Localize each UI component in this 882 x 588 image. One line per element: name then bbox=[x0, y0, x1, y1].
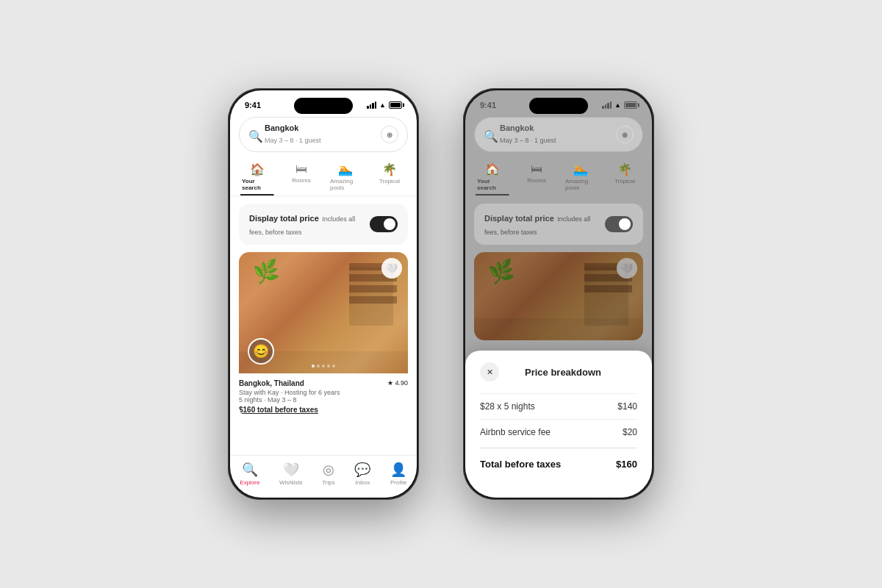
trips-icon-1: ◎ bbox=[323, 462, 334, 478]
tab-rooms-1[interactable]: 🛏 Rooms bbox=[280, 158, 323, 196]
dynamic-island-1 bbox=[294, 98, 353, 114]
rooms-icon-1: 🛏 bbox=[295, 162, 307, 176]
sheet-title: Price breakdown bbox=[508, 367, 618, 378]
tab-rooms-2: 🛏 Rooms bbox=[515, 158, 558, 196]
listing-card-2: 🌿 🤍 bbox=[474, 252, 643, 340]
tab-pools-2: 🏊 Amazing pools bbox=[559, 158, 602, 196]
status-time-2: 9:41 bbox=[480, 101, 496, 110]
listing-image-2: 🌿 🤍 bbox=[474, 252, 643, 340]
filter-button-1[interactable]: ⊕ bbox=[381, 126, 398, 143]
tab-label-rooms-2: Rooms bbox=[527, 177, 545, 184]
dynamic-island-2 bbox=[529, 98, 588, 114]
battery-fill-1 bbox=[390, 103, 401, 107]
price-row-fee: Airbnb service fee $20 bbox=[480, 419, 637, 445]
listing-host-1: Stay with Kay · Hosting for 6 years bbox=[239, 389, 408, 396]
image-dots-1 bbox=[312, 365, 335, 368]
search-details-1: May 3 – 8 · 1 guest bbox=[265, 137, 321, 144]
nav-trips-1[interactable]: ◎ Trips bbox=[322, 462, 334, 486]
listing-dates-1: 5 nights · May 3 – 8 bbox=[239, 396, 408, 404]
category-tabs-1: 🏠 Your search 🛏 Rooms 🏊 Amazing pools 🌴 … bbox=[230, 158, 417, 196]
search-text-1: Bangkok May 3 – 8 · 1 guest bbox=[265, 123, 381, 146]
tab-label-your-search-2: Your search bbox=[477, 178, 508, 191]
toggle-check-icon-1: ✓ bbox=[389, 221, 394, 228]
search-bar-1[interactable]: 🔍 Bangkok May 3 – 8 · 1 guest ⊕ bbox=[239, 117, 408, 152]
wishlist-button-2: 🤍 bbox=[617, 258, 637, 279]
nav-wishlists-label-1: Wishlists bbox=[279, 479, 303, 486]
listing-image-1: 🌿 🤍 😊 bbox=[239, 252, 408, 373]
tab-label-pools-1: Amazing pools bbox=[330, 178, 361, 191]
phone-2-screen: 9:41 ▲ 🔍 Bangkok May 3 – 8 · 1 guest ⊕ bbox=[465, 90, 652, 498]
signal-icon-2 bbox=[602, 101, 612, 109]
wishlists-icon-1: 🤍 bbox=[283, 462, 299, 478]
price-total-label: Total before taxes bbox=[480, 459, 561, 470]
wishlist-button-1[interactable]: 🤍 bbox=[381, 258, 402, 279]
tab-pools-1[interactable]: 🏊 Amazing pools bbox=[324, 158, 367, 196]
search-city-1: Bangkok bbox=[265, 123, 381, 132]
wifi-icon-2: ▲ bbox=[614, 101, 621, 109]
tab-label-tropical-1: Tropical bbox=[379, 178, 400, 184]
inbox-icon-1: 💬 bbox=[354, 462, 370, 478]
nav-profile-1[interactable]: 👤 Profile bbox=[390, 462, 407, 486]
price-row-total: Total before taxes $160 bbox=[480, 448, 637, 477]
tab-your-search-1[interactable]: 🏠 Your search bbox=[236, 158, 279, 196]
status-time-1: 9:41 bbox=[245, 101, 261, 110]
plant-icon-2: 🌿 bbox=[487, 257, 516, 286]
search-icon-1: 🔍 bbox=[248, 129, 259, 140]
sheet-close-button[interactable]: ✕ bbox=[480, 362, 499, 381]
bottom-nav-1: 🔍 Explore 🤍 Wishlists ◎ Trips 💬 Inbox 👤 … bbox=[230, 455, 417, 498]
toggle-text-2: Display total price Includes all fees, b… bbox=[484, 211, 605, 237]
battery-fill-2 bbox=[625, 103, 636, 107]
signal-icon-1 bbox=[367, 101, 376, 109]
tab-label-rooms-1: Rooms bbox=[292, 177, 310, 184]
category-tabs-2: 🏠 Your search 🛏 Rooms 🏊 Amazing pools 🌴 … bbox=[465, 158, 652, 196]
toggle-title-2: Display total price bbox=[484, 214, 554, 223]
nav-explore-label-1: Explore bbox=[240, 479, 259, 486]
toggle-title-1: Display total price bbox=[249, 214, 319, 223]
price-row-fee-label: Airbnb service fee bbox=[480, 427, 551, 437]
price-total-value: $160 bbox=[616, 459, 637, 470]
tab-label-pools-2: Amazing pools bbox=[565, 178, 596, 191]
home-icon-1: 🏠 bbox=[250, 162, 265, 176]
toggle-switch-2: ✓ bbox=[605, 216, 633, 232]
pools-icon-1: 🏊 bbox=[338, 162, 353, 176]
explore-icon-1: 🔍 bbox=[242, 462, 258, 478]
nav-trips-label-1: Trips bbox=[322, 479, 334, 486]
display-total-price-banner-2: Display total price Includes all fees, b… bbox=[474, 204, 643, 245]
tab-tropical-1[interactable]: 🌴 Tropical bbox=[368, 158, 411, 196]
nav-wishlists-1[interactable]: 🤍 Wishlists bbox=[279, 462, 303, 486]
battery-icon-1 bbox=[389, 101, 402, 109]
sheet-header: ✕ Price breakdown bbox=[480, 362, 637, 381]
nav-profile-label-1: Profile bbox=[390, 479, 407, 486]
display-total-price-banner-1[interactable]: Display total price Includes all fees, b… bbox=[239, 204, 408, 245]
nav-inbox-1[interactable]: 💬 Inbox bbox=[354, 462, 370, 486]
host-avatar-1: 😊 bbox=[248, 338, 274, 365]
search-city-2: Bangkok bbox=[500, 123, 616, 132]
filter-button-2: ⊕ bbox=[616, 126, 634, 143]
nav-explore-1[interactable]: 🔍 Explore bbox=[240, 462, 259, 486]
price-row-nights: $28 x 5 nights $140 bbox=[480, 393, 637, 419]
nav-inbox-label-1: Inbox bbox=[356, 479, 370, 486]
phone-2: 9:41 ▲ 🔍 Bangkok May 3 – 8 · 1 guest ⊕ bbox=[463, 88, 654, 500]
search-bar-2: 🔍 Bangkok May 3 – 8 · 1 guest ⊕ bbox=[474, 117, 643, 152]
rooms-icon-2: 🛏 bbox=[531, 162, 542, 176]
toggle-text-1: Display total price Includes all fees, b… bbox=[249, 211, 370, 237]
listing-price-1[interactable]: $160 total before taxes bbox=[239, 406, 408, 414]
tropical-icon-2: 🌴 bbox=[617, 162, 632, 176]
price-breakdown-sheet[interactable]: ✕ Price breakdown $28 x 5 nights $140 Ai… bbox=[465, 351, 652, 498]
listing-info-1: Bangkok, Thailand ★ 4.90 Stay with Kay ·… bbox=[239, 373, 408, 417]
plant-icon-1: 🌿 bbox=[251, 257, 281, 286]
status-indicators-2: ▲ bbox=[602, 101, 637, 109]
listing-card-1[interactable]: 🌿 🤍 😊 Bangkok, Thailand ★ 4.90 bbox=[239, 252, 408, 417]
price-row-fee-value: $20 bbox=[623, 427, 637, 437]
tab-your-search-2: 🏠 Your search bbox=[471, 158, 514, 196]
battery-icon-2 bbox=[624, 101, 637, 109]
price-row-nights-value: $140 bbox=[617, 401, 637, 412]
toggle-switch-1[interactable]: ✓ bbox=[370, 216, 398, 232]
listing-top-row-1: Bangkok, Thailand ★ 4.90 bbox=[239, 379, 408, 387]
listing-location-1: Bangkok, Thailand bbox=[239, 379, 304, 387]
star-icon-1: ★ bbox=[387, 379, 393, 387]
phone-1-screen: 9:41 ▲ 🔍 Bangkok May 3 – 8 · 1 guest ⊕ bbox=[230, 90, 417, 498]
wifi-icon-1: ▲ bbox=[379, 101, 386, 109]
price-row-nights-label: $28 x 5 nights bbox=[480, 401, 535, 412]
search-details-2: May 3 – 8 · 1 guest bbox=[500, 137, 556, 144]
